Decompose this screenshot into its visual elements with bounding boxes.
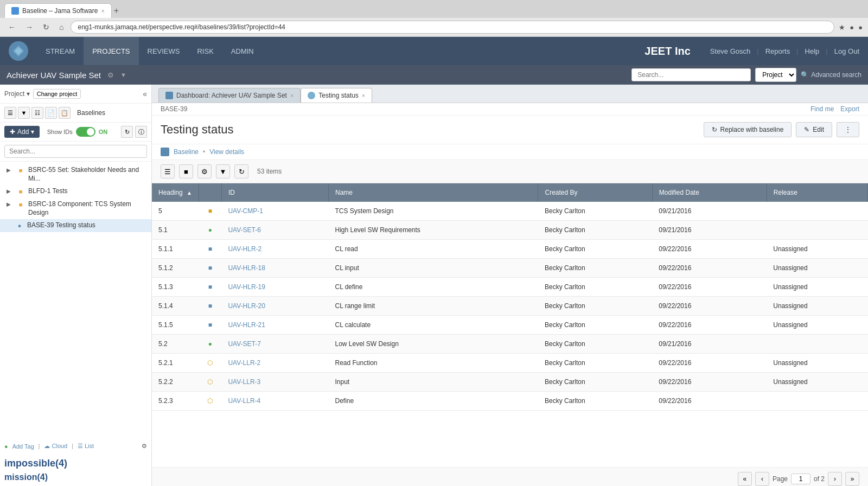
last-page-button[interactable]: » xyxy=(845,472,859,486)
data-table: Heading ▲ ID Name Created By Modified Da… xyxy=(152,183,868,411)
browser-tab[interactable]: Baseline – Jama Software × xyxy=(4,3,112,18)
tag-impossible[interactable]: impossible(4) xyxy=(4,456,147,471)
url-input[interactable] xyxy=(71,21,834,34)
more-options-button[interactable]: ⋮ xyxy=(837,122,859,137)
list-toolbar-icon[interactable]: ☰ xyxy=(161,164,175,178)
search-input[interactable] xyxy=(631,68,751,81)
sidebar-collapse-btn[interactable]: « xyxy=(143,89,147,98)
project-title: Achiever UAV Sample Set xyxy=(7,71,101,80)
col-heading[interactable]: Heading ▲ xyxy=(152,183,199,202)
settings-toolbar-icon[interactable]: ⚙ xyxy=(197,164,212,178)
gear-dropdown-toolbar-icon[interactable]: ▼ xyxy=(216,164,230,178)
avatar-icon[interactable]: ● xyxy=(858,23,863,31)
nav-admin[interactable]: ADMIN xyxy=(222,37,263,65)
next-page-button[interactable]: › xyxy=(828,472,842,486)
show-ids-toggle[interactable] xyxy=(76,127,95,137)
id-link[interactable]: UAV-CMP-1 xyxy=(228,207,263,215)
back-button[interactable]: ← xyxy=(5,22,18,33)
id-link[interactable]: UAV-HLR-19 xyxy=(228,283,265,291)
tab-dashboard[interactable]: Dashboard: Achiever UAV Sample Set × xyxy=(158,88,301,103)
list-view-link[interactable]: ☰ List xyxy=(78,443,94,450)
tree-item-bsrc18[interactable]: ▶ ■ BSRC-18 Component: TCS System Design xyxy=(0,198,151,219)
project-gear-icon[interactable]: ⚙ xyxy=(107,71,114,79)
bookmark-icon[interactable]: ★ xyxy=(839,23,845,31)
forward-button[interactable]: → xyxy=(23,22,36,33)
block-toolbar-icon[interactable]: ■ xyxy=(179,164,193,178)
id-link[interactable]: UAV-LLR-2 xyxy=(228,359,260,367)
dashboard-tab-close[interactable]: × xyxy=(290,92,293,99)
extension-icon[interactable]: ● xyxy=(850,23,854,31)
id-link[interactable]: UAV-HLR-21 xyxy=(228,321,265,329)
list-view-icon[interactable]: ☰ xyxy=(4,107,16,119)
refresh-icon[interactable]: ↻ xyxy=(121,126,133,138)
tab-testing[interactable]: Testing status × xyxy=(301,88,372,103)
add-tag-link[interactable]: Add Tag xyxy=(12,443,34,450)
user-name[interactable]: Steve Gosch xyxy=(710,47,750,55)
tag-cloud: impossible(4) mission(4) xyxy=(4,454,147,486)
find-me-link[interactable]: Find me xyxy=(810,105,834,113)
nav-risk[interactable]: RISK xyxy=(188,37,222,65)
cell-release: Unassigned xyxy=(767,316,867,335)
tree-item-bsrc55[interactable]: ▶ ■ BSRC-55 Set: Stakeholder Needs and M… xyxy=(0,164,151,185)
project-scope-select[interactable]: Project xyxy=(755,68,796,82)
prev-page-button[interactable]: ‹ xyxy=(755,472,769,486)
id-link[interactable]: UAV-LLR-4 xyxy=(228,397,260,405)
export-link[interactable]: Export xyxy=(840,105,859,113)
id-link[interactable]: UAV-HLR-18 xyxy=(228,264,265,272)
testing-tab-close[interactable]: × xyxy=(362,92,365,99)
first-page-button[interactable]: « xyxy=(738,472,752,486)
cell-created-by: Becky Carlton xyxy=(538,392,652,411)
cell-id: UAV-LLR-3 xyxy=(221,373,328,392)
gear-dropdown-icon[interactable]: ▼ xyxy=(120,72,126,78)
page-header: Testing status ↻ Replace with baseline ✎… xyxy=(152,116,868,144)
cell-heading: 5.2.1 xyxy=(152,354,199,373)
nav-reviews[interactable]: REVIEWS xyxy=(139,37,189,65)
baseline-link[interactable]: Baseline xyxy=(174,148,199,156)
reload-button[interactable]: ↻ xyxy=(40,22,52,33)
id-link[interactable]: UAV-SET-7 xyxy=(228,340,260,348)
refresh-toolbar-icon[interactable]: ↻ xyxy=(234,164,248,178)
tab-favicon xyxy=(11,7,19,15)
pagination: « ‹ Page of 2 › » xyxy=(152,467,868,486)
edit-button[interactable]: ✎ Edit xyxy=(796,122,832,137)
logout-link[interactable]: Log Out xyxy=(834,47,859,55)
tree-item-base39[interactable]: ● BASE-39 Testing status xyxy=(0,219,151,232)
id-link[interactable]: UAV-LLR-3 xyxy=(228,378,260,386)
replace-baseline-button[interactable]: ↻ Replace with baseline xyxy=(704,122,792,137)
row-type-icon: ■ xyxy=(205,320,215,330)
row-type-icon: ⬡ xyxy=(205,396,215,406)
cell-created-by: Becky Carlton xyxy=(538,373,652,392)
id-link[interactable]: UAV-SET-6 xyxy=(228,226,260,234)
id-link[interactable]: UAV-HLR-20 xyxy=(228,302,265,310)
dashboard-tab-label: Dashboard: Achiever UAV Sample Set xyxy=(176,92,287,99)
advanced-search-link[interactable]: 🔍 Advanced search xyxy=(801,71,861,79)
page-number-input[interactable] xyxy=(791,474,810,484)
sidebar-search-input[interactable] xyxy=(4,145,147,158)
help-link[interactable]: Help xyxy=(805,47,820,55)
id-link[interactable]: UAV-HLR-2 xyxy=(228,245,261,253)
view-details-link[interactable]: View details xyxy=(209,148,244,156)
grid-view-icon[interactable]: ☷ xyxy=(31,107,43,119)
info-icon[interactable]: ⓘ xyxy=(135,126,147,138)
filter-icon[interactable]: ▼ xyxy=(18,107,30,119)
cloud-view-link[interactable]: ☁ Cloud xyxy=(44,443,67,450)
nav-projects[interactable]: PROJECTS xyxy=(84,37,138,65)
cell-heading: 5.2.3 xyxy=(152,392,199,411)
nav-stream[interactable]: STREAM xyxy=(37,37,84,65)
home-button[interactable]: ⌂ xyxy=(56,22,66,33)
breadcrumb-id: BASE-39 xyxy=(161,105,187,113)
tag-mission[interactable]: mission(4) xyxy=(4,471,147,484)
tree-item-blfd1[interactable]: ▶ ■ BLFD-1 Tests xyxy=(0,185,151,198)
copy-icon[interactable]: 📋 xyxy=(59,107,71,119)
tree-expand-icon: ▶ xyxy=(7,201,13,207)
reports-link[interactable]: Reports xyxy=(765,47,790,55)
cell-heading: 5.1.3 xyxy=(152,278,199,297)
tab-close-btn[interactable]: × xyxy=(101,8,104,14)
tag-settings-icon[interactable]: ⚙ xyxy=(142,443,147,450)
add-button[interactable]: ✚ Add ▾ xyxy=(4,126,40,138)
doc-view-icon[interactable]: 📄 xyxy=(45,107,57,119)
change-project-button[interactable]: Change project xyxy=(33,89,81,99)
cell-modified-date: 09/22/2016 xyxy=(652,259,767,278)
new-tab-button[interactable]: + xyxy=(114,6,119,16)
table-row: 5.2 ● UAV-SET-7 Low Level SW Design Beck… xyxy=(152,335,868,354)
